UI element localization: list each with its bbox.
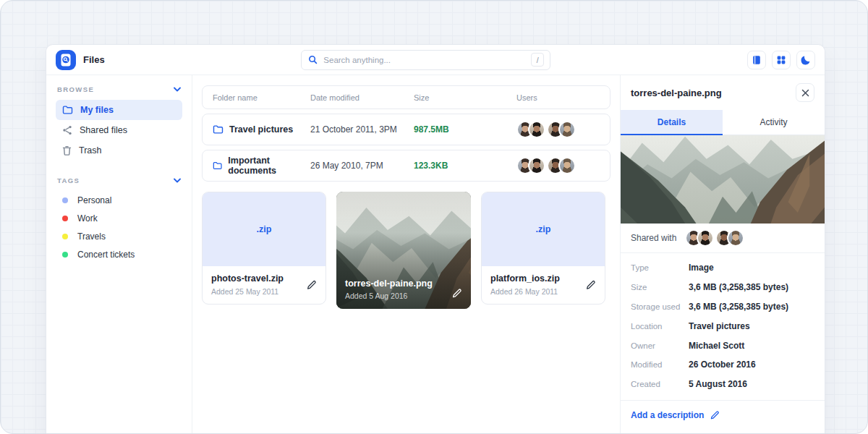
book-icon [751, 54, 762, 66]
sidebar-item-trash[interactable]: Trash [56, 140, 182, 161]
search-icon [307, 54, 318, 65]
edit-pencil-icon[interactable] [306, 279, 317, 290]
detail-row-type: Type Image [631, 258, 814, 278]
moon-icon [800, 54, 812, 66]
app-title: Files [83, 54, 105, 65]
avatar [697, 229, 714, 247]
detail-value: 3,6 MB (3,258,385 bytes) [689, 302, 814, 312]
folder-name: Important documents [228, 156, 310, 176]
tag-label: Concert tickets [77, 250, 135, 260]
search-shortcut-badge: / [531, 53, 544, 67]
mountain-photo-preview [621, 135, 825, 224]
tag-label: Travels [77, 231, 106, 242]
main-content: Folder name Date modified Size Users Tra… [192, 75, 620, 434]
user-avatars [516, 121, 600, 138]
file-card-platform-ios-zip[interactable]: .zip platform_ios.zip Added 26 May 2011 [481, 192, 605, 305]
column-header-size: Size [414, 93, 516, 102]
close-panel-button[interactable] [796, 83, 814, 102]
tag-item-personal[interactable]: Personal [56, 191, 182, 209]
detail-label: Type [631, 263, 689, 272]
search-input[interactable] [323, 56, 531, 64]
tag-item-concert-tickets[interactable]: Concert tickets [56, 245, 182, 263]
detail-row-size: Size 3,6 MB (3,258,385 bytes) [631, 278, 814, 297]
table-row-important-documents[interactable]: Important documents 26 May 2010, 7PM 123… [202, 150, 610, 182]
detail-row-storage-used: Storage used 3,6 MB (3,258,385 bytes) [631, 297, 814, 317]
detail-label: Storage used [631, 302, 689, 311]
sidebar-item-label: Trash [79, 145, 102, 156]
search-bar[interactable]: / [301, 50, 550, 70]
tag-item-work[interactable]: Work [56, 209, 182, 227]
detail-label: Created [631, 380, 689, 388]
folder-icon [62, 105, 73, 115]
file-added-date: Added 26 May 2011 [490, 287, 596, 296]
zip-badge: .zip [536, 224, 551, 234]
file-name: torres-del-paine.png [345, 278, 442, 289]
file-added-date: Added 5 Aug 2016 [345, 292, 442, 300]
edit-pencil-icon[interactable] [585, 279, 596, 290]
dark-mode-toggle[interactable] [796, 51, 815, 69]
avatar [727, 229, 744, 247]
sidebar-item-label: Shared files [80, 125, 127, 135]
sidebar-item-my-files[interactable]: My files [56, 100, 182, 120]
detail-value: Travel pictures [689, 321, 814, 331]
folder-size: 123.3KB [414, 161, 516, 171]
zip-preview: .zip [482, 192, 605, 266]
tag-item-travels[interactable]: Travels [56, 227, 182, 245]
tag-label: Personal [77, 195, 111, 205]
tags-section-label: Tags [57, 176, 80, 184]
detail-row-created: Created 5 August 2016 [631, 375, 814, 394]
detail-value: 3,6 MB (3,258,385 bytes) [689, 282, 814, 292]
detail-value: 26 October 2016 [689, 359, 814, 370]
column-header-users: Users [516, 93, 600, 102]
table-row-travel-pictures[interactable]: Travel pictures 21 October 2011, 3PM 987… [202, 114, 610, 145]
tab-details[interactable]: Details [621, 110, 723, 135]
sidebar-item-label: My files [80, 105, 114, 115]
screen-background: Files / [0, 0, 868, 434]
avatar [558, 157, 576, 174]
file-name: photos-travel.zip [211, 273, 317, 284]
folder-icon [213, 124, 224, 135]
add-description-button[interactable]: Add a description [621, 401, 825, 430]
file-added-date: Added 25 May 2011 [211, 287, 317, 296]
detail-value: 5 August 2016 [689, 379, 814, 389]
tag-label: Work [77, 213, 98, 224]
zip-preview: .zip [203, 192, 326, 266]
files-app-logo-icon [56, 50, 76, 70]
zip-badge: .zip [257, 224, 272, 234]
detail-label: Size [631, 283, 689, 292]
details-panel: torres-del-paine.png Details Activity [620, 75, 825, 434]
chevron-down-icon[interactable] [174, 178, 181, 183]
edit-pencil-icon[interactable] [451, 288, 462, 299]
tag-color-dot [62, 216, 68, 221]
trash-icon [62, 145, 72, 156]
tab-activity[interactable]: Activity [723, 110, 825, 135]
file-name: platform_ios.zip [490, 273, 596, 284]
panel-tabs: Details Activity [621, 110, 825, 135]
grid-view-button[interactable] [772, 51, 791, 69]
detail-row-modified: Modified 26 October 2016 [631, 355, 814, 375]
column-header-date-modified: Date modified [310, 93, 414, 102]
detail-value: Image [689, 263, 814, 273]
column-header-folder-name: Folder name [213, 93, 310, 102]
avatar [558, 121, 576, 138]
shared-with-avatars [685, 229, 744, 247]
folder-name: Travel pictures [229, 124, 293, 135]
detail-row-owner: Owner Michael Scott [631, 336, 814, 355]
date-modified: 26 May 2010, 7PM [310, 161, 414, 171]
chevron-down-icon[interactable] [174, 87, 181, 92]
detail-label: Owner [631, 341, 689, 350]
file-card-torres-del-paine[interactable]: torres-del-paine.png Added 5 Aug 2016 [336, 192, 471, 309]
file-preview-image [621, 135, 825, 224]
sidebar-item-shared-files[interactable]: Shared files [56, 120, 182, 140]
add-description-label: Add a description [631, 410, 704, 420]
folder-icon [213, 161, 222, 171]
shared-with-label: Shared with [631, 233, 676, 243]
files-app-window: Files / [46, 44, 825, 434]
tag-color-dot [62, 234, 68, 239]
panel-file-title: torres-del-paine.png [631, 88, 722, 98]
file-card-photos-travel-zip[interactable]: .zip photos-travel.zip Added 25 May 2011 [202, 192, 326, 305]
detail-value: Michael Scott [689, 341, 814, 351]
file-details-list: Type Image Size 3,6 MB (3,258,385 bytes)… [621, 253, 825, 401]
library-button[interactable] [747, 51, 766, 69]
detail-label: Modified [631, 360, 689, 369]
